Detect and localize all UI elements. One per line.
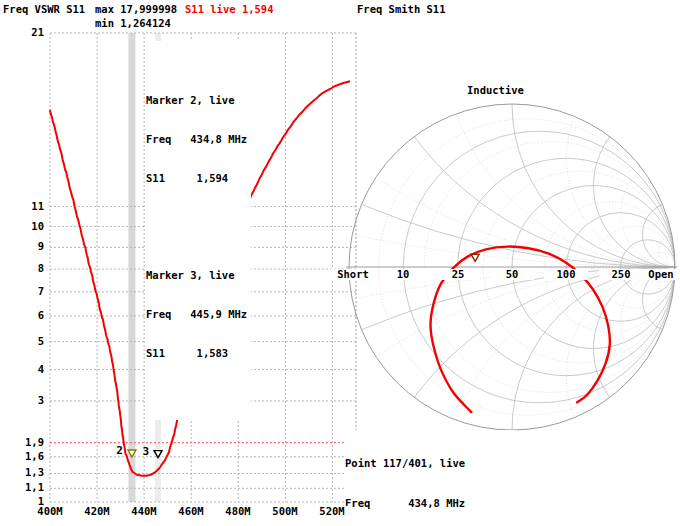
vswr-y-tick-label: 6 <box>6 310 44 321</box>
smith-axis-label-open: Open <box>639 269 680 280</box>
smith-reactance-arc <box>0 267 680 526</box>
smith-reactance-arc <box>0 267 680 526</box>
vswr-y-tick-label: 11 <box>6 201 44 212</box>
vswr-panel-title: Freq VSWR S11 <box>3 3 85 16</box>
smith-reactance-arc <box>442 0 680 267</box>
marker2-title: Marker 2, live <box>146 94 247 107</box>
smith-axis-label-50: 50 <box>490 269 534 280</box>
vswr-y-tick-label: 5 <box>6 336 44 347</box>
smith-grid <box>0 0 680 526</box>
point-info-freq: Freq 434,8 MHz <box>345 497 516 510</box>
vswr-y-tick-label: 7 <box>6 286 44 297</box>
smith-reactance-arc <box>512 267 680 526</box>
marker2-freq: Freq 434,8 MHz <box>146 133 247 146</box>
vswr-y-tick-label: 1,9 <box>6 437 44 448</box>
vswr-marker-2-label: 2 <box>116 444 123 457</box>
point-info-box: Point 117/401, live Freq 434,8 MHz re im… <box>345 430 516 526</box>
vswr-y-tick-label: 1,1 <box>6 482 44 493</box>
vswr-x-tick-label: 460M <box>171 506 211 517</box>
vswr-x-tick-label: 500M <box>265 506 305 517</box>
point-info-title: Point 117/401, live <box>345 457 516 470</box>
vswr-y-tick-label: 21 <box>6 27 44 38</box>
vswr-y-tick-label: 9 <box>6 241 44 252</box>
marker3-s11: S11 1,583 <box>146 347 247 360</box>
vswr-y-tick-label: 3 <box>6 395 44 406</box>
vswr-marker-3-label: 3 <box>142 445 149 458</box>
vswr-x-tick-label: 420M <box>77 506 117 517</box>
marker2-s11: S11 1,594 <box>146 172 247 185</box>
marker3-title: Marker 3, live <box>146 269 247 282</box>
vswr-x-tick-label: 440M <box>124 506 164 517</box>
vswr-y-tick-label: 1,3 <box>6 467 44 478</box>
vswr-y-tick-label: 1,6 <box>6 451 44 462</box>
chart-layer: 23 <box>0 0 680 526</box>
inductive-label: Inductive <box>467 84 524 97</box>
smith-axis-label-250: 250 <box>599 269 643 280</box>
vswr-min-readout: min 1,264124 <box>95 17 171 30</box>
smith-panel-title: Freq Smith S11 <box>357 3 446 16</box>
marker3-info: Marker 3, live Freq 445,9 MHz S11 1,583 <box>146 243 247 386</box>
marker2-info: Marker 2, live Freq 434,8 MHz S11 1,594 <box>146 68 247 211</box>
smith-reactance-arc <box>566 50 680 267</box>
marker-info-box: Marker 2, live Freq 434,8 MHz S11 1,594 … <box>145 41 251 420</box>
vswr-x-tick-label: 520M <box>312 506 352 517</box>
smith-axis-label-100: 100 <box>544 269 588 280</box>
smith-chart[interactable] <box>0 0 680 526</box>
s11-live-readout: S11 live 1,594 <box>185 3 274 16</box>
live-cursor-band[interactable] <box>128 33 135 502</box>
smith-live-marker-triangle[interactable] <box>471 254 479 261</box>
vswr-x-tick-label: 400M <box>30 506 70 517</box>
smith-axis-label-25: 25 <box>436 269 480 280</box>
vswr-y-tick-label: 8 <box>6 263 44 274</box>
smith-reactance-arc <box>566 267 680 484</box>
vswr-x-tick-label: 480M <box>218 506 258 517</box>
vna-app-window: 23 Freq VSWR S11 max 17,999998 min 1,264… <box>0 0 680 526</box>
smith-axis-label-10: 10 <box>381 269 425 280</box>
smith-axis-label-short: Short <box>331 269 375 280</box>
smith-reactance-arc <box>512 0 680 267</box>
vswr-y-tick-label: 10 <box>6 221 44 232</box>
marker3-freq: Freq 445,9 MHz <box>146 308 247 321</box>
vswr-max-readout: max 17,999998 <box>95 3 177 16</box>
vswr-y-tick-label: 4 <box>6 364 44 375</box>
